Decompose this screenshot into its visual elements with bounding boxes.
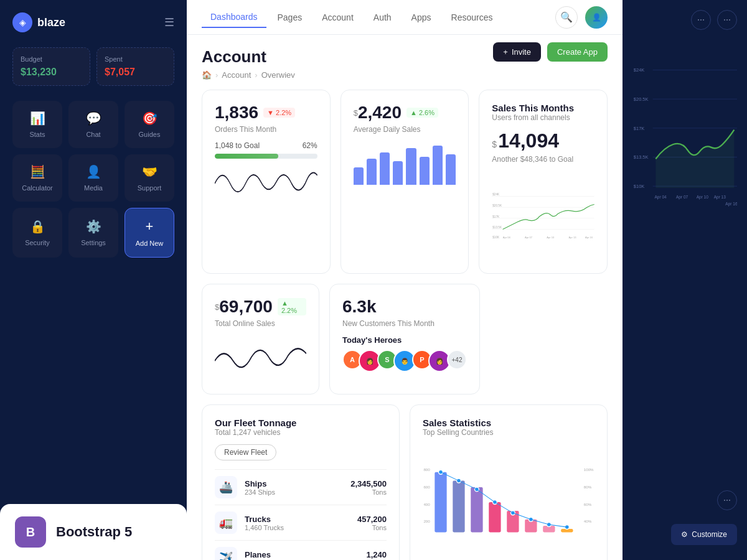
sales-stats-card: Sales Statistics Top Selling Countries 8… xyxy=(410,404,608,560)
search-button[interactable]: 🔍 xyxy=(555,6,578,29)
sidebar-label-settings: Settings xyxy=(81,239,106,246)
main-content: Dashboards Pages Account Auth Apps Resou… xyxy=(187,0,622,560)
sidebar-label-chat: Chat xyxy=(86,131,100,138)
goal-pct: 62% xyxy=(303,141,317,150)
right-icon1[interactable]: ⋯ xyxy=(691,10,711,30)
heroes-title: Today's Heroes xyxy=(342,335,467,345)
planes-amount: 1,240 Tons xyxy=(366,550,387,561)
sales-chart-container: $24K $20.5K $17K $13.5K $10K Apr 04 Apr … xyxy=(492,169,594,261)
breadcrumb-account: Account xyxy=(222,70,251,80)
create-app-button[interactable]: Create App xyxy=(547,42,608,62)
menu-icon[interactable]: ☰ xyxy=(164,16,174,29)
security-icon: 🔒 xyxy=(30,219,45,234)
trucks-info: Trucks 1,460 Trucks xyxy=(245,515,357,531)
daily-sales-value: 2,420 xyxy=(358,103,402,123)
fleet-title: Our Fleet Tonnage xyxy=(215,418,387,428)
total-value: 69,700 xyxy=(219,297,273,317)
tab-resources[interactable]: Resources xyxy=(443,7,502,27)
daily-sales-label: Average Daily Sales xyxy=(354,125,456,134)
sidebar-item-add-new[interactable]: + Add New xyxy=(125,208,174,258)
svg-text:Apr 04: Apr 04 xyxy=(503,236,511,239)
sidebar-item-security[interactable]: 🔒 Security xyxy=(12,208,62,258)
svg-text:60%: 60% xyxy=(584,502,592,506)
customize-label: Customize xyxy=(692,530,727,539)
sidebar-item-settings[interactable]: ⚙️ Settings xyxy=(68,208,118,258)
svg-text:400: 400 xyxy=(423,502,430,506)
bottom-grid: Our Fleet Tonnage Total 1,247 vehicles R… xyxy=(202,404,608,560)
svg-rect-20 xyxy=(471,487,482,532)
svg-text:Apr 13: Apr 13 xyxy=(569,236,577,239)
svg-text:Apr 10: Apr 10 xyxy=(697,195,709,200)
ships-amount: 2,345,500 Tons xyxy=(350,479,387,496)
sales-stats-chart: 800 600 400 200 xyxy=(423,444,594,560)
sales-month-sub: Users from all channels xyxy=(492,113,594,122)
right-icon3[interactable]: ⋯ xyxy=(717,490,737,510)
progress-bar xyxy=(215,154,317,159)
customers-header: 6.3k xyxy=(342,297,467,317)
goal-text: 1,048 to Goal xyxy=(215,141,260,150)
trucks-value: 457,200 xyxy=(357,515,387,524)
svg-text:$24K: $24K xyxy=(493,193,500,196)
breadcrumb: 🏠 › Account › Overwiev xyxy=(202,70,608,80)
ships-icon: 🚢 xyxy=(215,476,237,498)
ships-value: 2,345,500 xyxy=(350,479,387,488)
sales-month-title: Sales This Months xyxy=(492,103,594,113)
orders-sparkline xyxy=(215,159,317,208)
fleet-item-planes: ✈️ Planes 8 Aircrafts 1,240 Tons xyxy=(215,540,387,560)
add-new-icon: + xyxy=(146,218,154,235)
orders-card: 1,836 ▼ 2.2% Orders This Month 1,048 to … xyxy=(202,90,331,274)
right-icon3-area: ⋯ xyxy=(622,490,747,510)
tab-dashboards[interactable]: Dashboards xyxy=(202,7,266,28)
bar6 xyxy=(420,157,430,185)
sidebar-item-guides[interactable]: 🎯 Guides xyxy=(125,101,174,148)
sidebar-item-support[interactable]: 🤝 Support xyxy=(125,154,174,202)
svg-text:Apr 16: Apr 16 xyxy=(585,236,593,239)
svg-text:80%: 80% xyxy=(584,485,592,489)
bootstrap-icon: B xyxy=(15,516,46,548)
ships-info: Ships 234 Ships xyxy=(245,479,350,496)
planes-name: Planes xyxy=(245,550,366,559)
invite-plus-icon: + xyxy=(503,47,508,57)
stats-icon: 📊 xyxy=(30,111,45,126)
svg-text:Apr 13: Apr 13 xyxy=(714,195,726,200)
sales-goal: Another $48,346 to Goal xyxy=(492,155,594,164)
tab-account[interactable]: Account xyxy=(313,7,362,27)
trucks-icon: 🚛 xyxy=(215,511,237,534)
spent-card: Spent $7,057 xyxy=(96,47,174,86)
tab-pages[interactable]: Pages xyxy=(269,7,311,27)
fleet-card: Our Fleet Tonnage Total 1,247 vehicles R… xyxy=(202,404,400,560)
sidebar-label-stats: Stats xyxy=(29,131,45,138)
bar8 xyxy=(446,154,456,185)
svg-text:40%: 40% xyxy=(584,519,592,523)
daily-sales-badge: ▲ 2.6% xyxy=(406,108,438,118)
right-icon2[interactable]: ⋯ xyxy=(717,10,737,30)
tab-apps[interactable]: Apps xyxy=(403,7,440,27)
trucks-unit: Tons xyxy=(357,524,387,531)
right-panel: ⋯ ⋯ $24K $20.5K $17K $13.5K $10K Apr 04 … xyxy=(622,0,747,560)
invite-button[interactable]: + Invite xyxy=(493,42,541,62)
budget-card: Budget $13,230 xyxy=(12,47,90,86)
review-fleet-button[interactable]: Review Fleet xyxy=(215,444,276,460)
customize-button[interactable]: ⚙ Customize xyxy=(671,524,737,545)
breadcrumb-sep1: › xyxy=(215,70,218,80)
planes-info: Planes 8 Aircrafts xyxy=(245,550,366,561)
progress-header: 1,048 to Goal 62% xyxy=(215,141,317,150)
brand: ◈ blaze xyxy=(12,12,65,32)
user-avatar[interactable]: 👤 xyxy=(585,6,608,29)
sidebar-item-chat[interactable]: 💬 Chat xyxy=(68,101,118,148)
guides-icon: 🎯 xyxy=(142,111,157,126)
svg-text:$13.5K: $13.5K xyxy=(634,154,649,160)
breadcrumb-overview: Overwiev xyxy=(261,70,295,80)
trucks-amount: 457,200 Tons xyxy=(357,515,387,531)
sidebar-item-media[interactable]: 👤 Media xyxy=(68,154,118,202)
sidebar-item-stats[interactable]: 📊 Stats xyxy=(12,101,62,148)
svg-text:Apr 07: Apr 07 xyxy=(676,195,688,200)
svg-rect-18 xyxy=(435,472,446,533)
trucks-count: 1,460 Trucks xyxy=(245,524,357,531)
ships-name: Ships xyxy=(245,479,350,488)
heroes-section: Today's Heroes A 👩 S 👨 P 👩 +42 xyxy=(342,335,467,372)
tab-auth[interactable]: Auth xyxy=(365,7,400,27)
sidebar-label-guides: Guides xyxy=(139,131,161,138)
sidebar: ◈ blaze ☰ Budget $13,230 Spent $7,057 📊 … xyxy=(0,0,187,560)
sidebar-item-calculator[interactable]: 🧮 Calculator xyxy=(12,154,62,202)
